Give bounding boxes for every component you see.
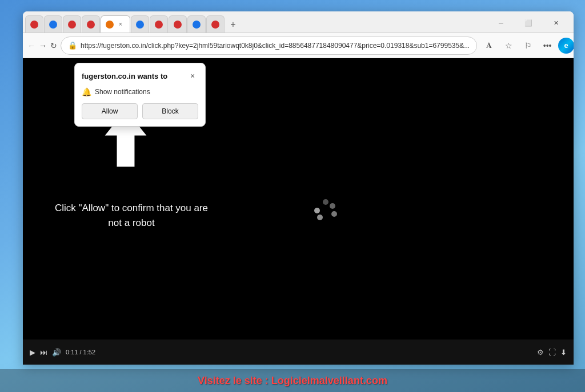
loading-spinner	[308, 193, 343, 230]
tab-bar: × + ─ ⬜ ✕	[23, 11, 574, 33]
close-button[interactable]: ✕	[543, 16, 569, 30]
read-aloud-button[interactable]: 𝐀	[480, 37, 498, 54]
collections-button[interactable]: ⚐	[519, 37, 536, 54]
taskbar-banner: Visitez le site : Logicielmalveillant.co…	[198, 375, 387, 387]
tab-9[interactable]	[187, 15, 206, 33]
tab-2[interactable]	[44, 15, 62, 33]
popup-close-button[interactable]: ×	[187, 70, 198, 82]
video-instruction-text: Click "Allow" to confirm that you are no…	[51, 201, 211, 230]
window-controls: ─ ⬜ ✕	[488, 16, 569, 30]
tab-6[interactable]	[131, 15, 149, 33]
favorites-button[interactable]: ☆	[500, 37, 517, 54]
svg-point-2	[330, 203, 335, 209]
popup-notification-text: Show notifications	[95, 88, 150, 96]
lock-icon: 🔒	[68, 41, 77, 50]
more-button[interactable]: •••	[539, 37, 556, 54]
play-button[interactable]: ▶	[30, 348, 35, 357]
video-controls: ▶ ⏭ 🔊 0:11 / 1:52 ⚙ ⛶ ⬇	[23, 340, 574, 365]
content-area: fugerston.co.in wants to × 🔔 Show notifi…	[23, 58, 574, 365]
tab-8[interactable]	[169, 15, 187, 33]
restore-button[interactable]: ⬜	[515, 16, 542, 30]
tab-favicon-4	[87, 21, 95, 29]
fullscreen-button[interactable]: ⛶	[548, 348, 556, 357]
tab-3[interactable]	[63, 15, 81, 33]
volume-button[interactable]: 🔊	[52, 348, 61, 357]
allow-button[interactable]: Allow	[82, 103, 138, 119]
back-button[interactable]: ←	[27, 38, 35, 54]
popup-title: fugerston.co.in wants to	[82, 72, 167, 80]
tab-favicon-6	[136, 21, 144, 29]
notification-popup: fugerston.co.in wants to × 🔔 Show notifi…	[74, 63, 206, 127]
browser-window: × + ─ ⬜ ✕ ← → ↻	[23, 11, 574, 365]
refresh-button[interactable]: ↻	[50, 38, 57, 54]
time-display: 0:11 / 1:52	[66, 349, 95, 355]
edge-profile-button[interactable]: e	[558, 38, 574, 54]
tab-favicon-1	[30, 21, 38, 29]
tab-favicon-8	[174, 21, 182, 29]
svg-point-3	[331, 211, 337, 217]
new-tab-button[interactable]: +	[225, 17, 241, 33]
address-bar: ← → ↻ 🔒 https://fugerston.co.in/click.ph…	[23, 33, 574, 58]
svg-point-5	[314, 208, 320, 213]
tab-7[interactable]	[150, 15, 168, 33]
url-text: https://fugerston.co.in/click.php?key=2j…	[81, 42, 470, 50]
tab-favicon-3	[68, 21, 76, 29]
tab-close-5[interactable]: ×	[116, 20, 125, 29]
toolbar-right: 𝐀 ☆ ⚐ ••• e	[480, 37, 574, 54]
tab-10[interactable]	[206, 15, 225, 33]
svg-point-1	[323, 199, 328, 205]
block-button[interactable]: Block	[142, 103, 198, 119]
next-button[interactable]: ⏭	[40, 348, 47, 357]
tab-favicon-7	[155, 21, 163, 29]
tab-5-active[interactable]: ×	[101, 15, 130, 33]
tab-favicon-9	[193, 21, 201, 29]
svg-point-4	[317, 215, 323, 220]
tab-favicon-2	[49, 21, 57, 29]
tab-favicon-10	[211, 21, 219, 29]
popup-notification-row: 🔔 Show notifications	[82, 87, 198, 96]
popup-header: fugerston.co.in wants to ×	[82, 70, 198, 82]
bell-icon: 🔔	[82, 87, 91, 96]
forward-button[interactable]: →	[39, 38, 47, 54]
taskbar: Visitez le site : Logicielmalveillant.co…	[0, 369, 585, 392]
tab-1[interactable]	[25, 15, 43, 33]
minimize-button[interactable]: ─	[488, 16, 514, 30]
tab-4[interactable]	[82, 15, 100, 33]
download-button[interactable]: ⬇	[560, 348, 567, 357]
popup-buttons: Allow Block	[82, 103, 198, 119]
settings-button[interactable]: ⚙	[537, 348, 544, 357]
url-bar[interactable]: 🔒 https://fugerston.co.in/click.php?key=…	[61, 37, 477, 55]
tab-favicon-5	[106, 21, 114, 29]
